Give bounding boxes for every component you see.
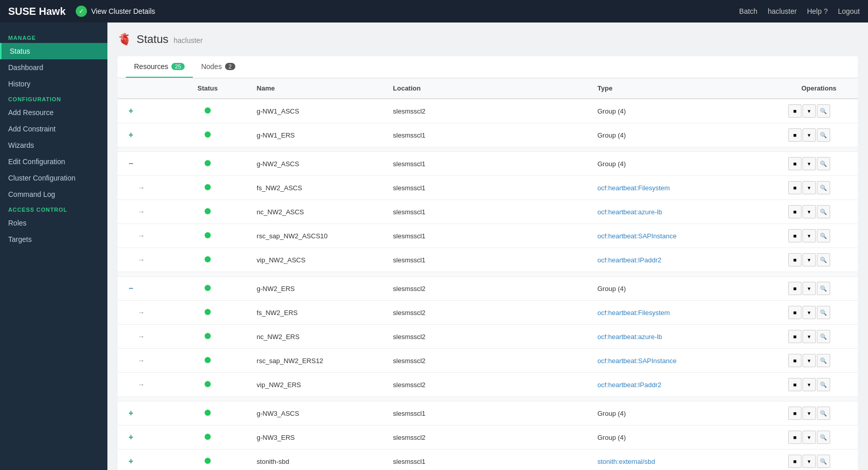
dropdown-button[interactable]: ▾ [803,253,816,266]
stop-button[interactable]: ■ [788,104,802,118]
cluster-user[interactable]: hacluster [768,7,797,15]
sidebar-item-add-resource[interactable]: Add Resource [0,104,107,121]
expand-button[interactable]: → [136,356,146,365]
details-button[interactable]: 🔍 [817,378,830,391]
stop-button[interactable]: ■ [788,455,802,468]
dropdown-button[interactable]: ▾ [803,407,816,420]
table-row: → nc_NW2_ASCS slesmsscl1 ocf:heartbeat:a… [118,200,858,224]
resource-location: slesmsscl2 [393,357,426,365]
dropdown-button[interactable]: ▾ [803,306,816,319]
details-button[interactable]: 🔍 [817,407,830,420]
type-link[interactable]: ocf:heartbeat:Filesystem [597,184,670,192]
details-button[interactable]: 🔍 [817,128,830,142]
dropdown-button[interactable]: ▾ [803,181,816,194]
stop-button[interactable]: ■ [788,431,802,444]
details-button[interactable]: 🔍 [817,455,830,468]
expand-button[interactable]: + [126,106,136,116]
sidebar-item-roles[interactable]: Roles [0,215,107,231]
help-link[interactable]: Help ? [807,7,828,15]
details-button[interactable]: 🔍 [817,354,830,367]
logout-link[interactable]: Logout [838,7,860,15]
stop-button[interactable]: ■ [788,378,802,391]
expand-button[interactable]: + [126,409,136,418]
type-link[interactable]: ocf:heartbeat:azure-lb [597,333,662,341]
type-link[interactable]: ocf:heartbeat:IPaddr2 [597,381,661,389]
stop-button[interactable]: ■ [788,407,802,420]
sidebar-item-label: Add Resource [8,108,54,117]
batch-button[interactable]: Batch [739,7,758,15]
type-cell: Group (4) [589,123,780,147]
sidebar-item-dashboard[interactable]: Dashboard [0,59,107,76]
expand-button[interactable]: + [126,457,136,466]
sidebar-item-wizards[interactable]: Wizards [0,137,107,153]
stop-button[interactable]: ■ [788,282,802,295]
stop-button[interactable]: ■ [788,128,802,142]
details-button[interactable]: 🔍 [817,306,830,319]
location-cell: slesmsscl1 [385,123,589,147]
type-link[interactable]: ocf:heartbeat:azure-lb [597,208,662,216]
dropdown-button[interactable]: ▾ [803,330,816,343]
dropdown-button[interactable]: ▾ [803,431,816,444]
table-row: − g-NW2_ERS slesmsscl2 Group (4) ■ ▾ 🔍 [118,277,858,301]
details-button[interactable]: 🔍 [817,104,830,118]
details-button[interactable]: 🔍 [817,205,830,218]
stop-button[interactable]: ■ [788,253,802,266]
ops-buttons: ■ ▾ 🔍 [788,253,850,266]
sidebar-item-command-log[interactable]: Command Log [0,186,107,203]
stop-button[interactable]: ■ [788,205,802,218]
dropdown-button[interactable]: ▾ [803,354,816,367]
dropdown-button[interactable]: ▾ [803,104,816,118]
sidebar-item-cluster-configuration[interactable]: Cluster Configuration [0,170,107,186]
dropdown-button[interactable]: ▾ [803,282,816,295]
name-cell: g-NW2_ERS [249,277,385,301]
type-link[interactable]: ocf:heartbeat:SAPInstance [597,232,677,240]
sidebar-item-targets[interactable]: Targets [0,231,107,248]
details-button[interactable]: 🔍 [817,431,830,444]
type-link[interactable]: ocf:heartbeat:SAPInstance [597,357,677,365]
stop-button[interactable]: ■ [788,330,802,343]
stop-button[interactable]: ■ [788,229,802,242]
expand-cell: − [118,152,167,176]
sidebar-item-add-constraint[interactable]: Add Constraint [0,121,107,137]
dropdown-button[interactable]: ▾ [803,128,816,142]
dropdown-button[interactable]: ▾ [803,378,816,391]
expand-button[interactable]: + [126,130,136,140]
type-text: Group (4) [597,131,626,139]
details-button[interactable]: 🔍 [817,282,830,295]
tab-resources[interactable]: Resources 25 [126,56,193,78]
expand-button[interactable]: → [136,308,146,317]
dropdown-button[interactable]: ▾ [803,157,816,170]
resources-table: Status Name Location Type Operations + g… [118,78,858,470]
expand-button[interactable]: → [136,381,146,389]
details-button[interactable]: 🔍 [817,253,830,266]
details-button[interactable]: 🔍 [817,229,830,242]
expand-button[interactable]: → [136,184,146,192]
view-cluster-details-link[interactable]: View Cluster Details [91,7,155,15]
expand-button[interactable]: → [136,208,146,216]
expand-button[interactable]: → [136,232,146,240]
dropdown-button[interactable]: ▾ [803,229,816,242]
sidebar-item-label: Status [10,47,30,55]
stop-button[interactable]: ■ [788,157,802,170]
expand-button[interactable]: → [136,332,146,341]
type-link[interactable]: ocf:heartbeat:Filesystem [597,309,670,317]
tab-nodes[interactable]: Nodes 2 [193,56,243,78]
stop-button[interactable]: ■ [788,181,802,194]
details-button[interactable]: 🔍 [817,157,830,170]
type-link[interactable]: stonith:external/sbd [597,458,655,465]
sidebar-item-history[interactable]: History [0,76,107,92]
expand-button[interactable]: − [126,159,136,168]
sidebar-item-label: Dashboard [8,63,43,72]
dropdown-button[interactable]: ▾ [803,205,816,218]
expand-button[interactable]: → [136,256,146,264]
details-button[interactable]: 🔍 [817,330,830,343]
stop-button[interactable]: ■ [788,354,802,367]
dropdown-button[interactable]: ▾ [803,455,816,468]
stop-button[interactable]: ■ [788,306,802,319]
details-button[interactable]: 🔍 [817,181,830,194]
sidebar-item-status[interactable]: Status [0,43,107,59]
expand-button[interactable]: − [126,284,136,293]
expand-button[interactable]: + [126,433,136,442]
sidebar-item-edit-configuration[interactable]: Edit Configuration [0,153,107,170]
type-link[interactable]: ocf:heartbeat:IPaddr2 [597,256,661,264]
